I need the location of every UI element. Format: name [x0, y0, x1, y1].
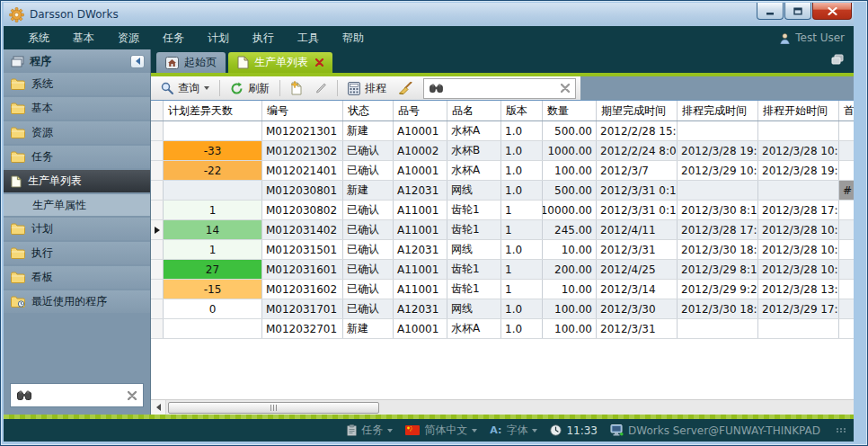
toolbar-search-clear-icon[interactable]: [561, 84, 570, 93]
query-button[interactable]: 查询: [157, 79, 213, 98]
sidebar-item-计划[interactable]: 计划: [4, 218, 150, 240]
table-row[interactable]: 0M012031701已确认A12031网线1.0100.002012/3/30…: [151, 299, 854, 319]
scrollbar-thumb[interactable]: [168, 402, 379, 414]
row-selector[interactable]: [151, 260, 164, 279]
binoculars-icon: [430, 84, 443, 93]
sidebar-item-基本[interactable]: 基本: [4, 97, 150, 120]
cell-item-name: 网线: [447, 181, 501, 200]
cell-expected-finish: 2012/3/31 0:17: [597, 201, 678, 219]
user-badge[interactable]: Test User: [779, 31, 845, 44]
column-header[interactable]: 版本: [501, 101, 543, 120]
column-header[interactable]: 状态: [343, 101, 394, 120]
sidebar-item-任务[interactable]: 任务: [4, 146, 150, 168]
column-header[interactable]: 排程开始时间: [758, 101, 839, 120]
close-button[interactable]: [812, 3, 852, 20]
refresh-icon: [230, 82, 244, 95]
sidebar-item-系统[interactable]: 系统: [4, 73, 150, 95]
sidebar-item-label: 计划: [31, 221, 53, 236]
column-header[interactable]: 期望完成时间: [597, 101, 678, 120]
table-row[interactable]: 27M012031601已确认A11001齿轮11200.002012/4/25…: [151, 260, 854, 280]
font-icon: A:: [490, 424, 501, 436]
table-row[interactable]: 1M012031501已确认A12031网线1.010.002012/3/312…: [151, 240, 854, 260]
row-selector[interactable]: [151, 280, 164, 299]
new-button[interactable]: [287, 79, 306, 97]
column-header[interactable]: 品名: [447, 101, 501, 120]
sidebar: 程序 系统基本资源任务生产单列表生产单属性计划执行看板最近使用的程序: [4, 49, 151, 415]
row-selector[interactable]: [151, 141, 164, 160]
column-header[interactable]: 品号: [394, 101, 447, 120]
sidebar-item-label: 系统: [31, 76, 53, 92]
horizontal-scrollbar[interactable]: [151, 399, 854, 415]
menu-item[interactable]: 执行: [241, 26, 286, 49]
binoculars-icon: [17, 390, 31, 400]
column-header[interactable]: 首: [839, 101, 854, 120]
tab-close-icon[interactable]: [315, 58, 323, 67]
minimize-button[interactable]: [757, 3, 784, 20]
cell-schedule-finish: [678, 181, 758, 200]
menu-item[interactable]: 基本: [61, 26, 106, 49]
sidebar-item-资源[interactable]: 资源: [4, 121, 150, 144]
table-row[interactable]: -22M012021401已确认A10001水杯A1.0100.002012/3…: [151, 161, 854, 181]
menu-item[interactable]: 工具: [286, 26, 331, 49]
row-selector[interactable]: [151, 201, 164, 219]
sidebar-search-clear-icon[interactable]: [128, 391, 137, 400]
row-selector[interactable]: [151, 220, 164, 239]
toolbar: 查询 刷新: [151, 76, 854, 100]
toolbar-search-input[interactable]: [448, 82, 555, 94]
table-row[interactable]: 1M012030802已确认A11001齿轮1110000.002012/3/3…: [151, 201, 854, 220]
status-language[interactable]: 简体中文: [405, 423, 477, 438]
chevron-down-icon: [472, 429, 477, 433]
sidebar-item-看板[interactable]: 看板: [4, 266, 150, 289]
column-header[interactable]: 编号: [262, 101, 343, 120]
table-row[interactable]: M012021301新建A10001水杯A1.0500.002012/2/28 …: [151, 121, 854, 141]
column-header[interactable]: 排程完成时间: [678, 101, 758, 120]
cell-item-name: 齿轮1: [447, 260, 501, 279]
menu-item[interactable]: 帮助: [331, 26, 376, 49]
sidebar-search-input[interactable]: [37, 389, 122, 402]
row-selector[interactable]: [151, 181, 164, 200]
menu-item[interactable]: 资源: [106, 26, 151, 49]
cell-diff-days: 14: [164, 220, 262, 239]
tabbar: 起始页 生产单列表: [151, 49, 854, 73]
sidebar-item-生产单列表[interactable]: 生产单列表: [4, 170, 150, 192]
menu-item[interactable]: 系统: [16, 26, 61, 49]
column-header[interactable]: 数量: [543, 101, 597, 120]
cell-diff-days: [164, 121, 262, 140]
row-selector[interactable]: [151, 299, 164, 318]
menu-item[interactable]: 计划: [196, 26, 241, 49]
cell-expected-finish: 2012/3/31 0:10: [597, 181, 678, 200]
cell-order-code: M012030801: [262, 181, 343, 200]
maximize-button[interactable]: [784, 3, 811, 20]
edit-button[interactable]: [311, 80, 331, 96]
status-font[interactable]: A: 字体: [490, 423, 537, 438]
sidebar-collapse-button[interactable]: [130, 55, 145, 68]
status-task[interactable]: 任务: [347, 423, 393, 438]
sidebar-item-执行[interactable]: 执行: [4, 242, 150, 264]
refresh-button[interactable]: 刷新: [226, 79, 273, 98]
sidebar-item-最近使用的程序[interactable]: 最近使用的程序: [4, 290, 150, 313]
scroll-left-button[interactable]: [151, 400, 166, 415]
row-selector[interactable]: [151, 240, 164, 259]
table-row[interactable]: 14M012031402已确认A11001齿轮11245.002012/4/11…: [151, 220, 854, 240]
clean-button[interactable]: [394, 80, 416, 97]
table-row[interactable]: -33M012021302已确认A10002水杯B1.01000.002012/…: [151, 141, 854, 161]
tab-home[interactable]: 起始页: [156, 52, 226, 73]
row-selector[interactable]: [151, 319, 164, 338]
table-row[interactable]: M012032701新建A10001水杯A1.0100.002012/3/31: [151, 319, 854, 339]
sidebar-item-生产单属性[interactable]: 生产单属性: [4, 194, 150, 216]
tab-production-order-list[interactable]: 生产单列表: [228, 52, 332, 73]
calculator-icon: [348, 82, 360, 95]
table-row[interactable]: M012030801新建A12031网线1.0500.002012/3/31 0…: [151, 181, 854, 201]
column-header[interactable]: 计划差异天数: [164, 101, 262, 120]
cell-quantity: 10.00: [543, 240, 597, 259]
resize-grip[interactable]: [837, 428, 846, 433]
menu-item[interactable]: 任务: [151, 26, 196, 49]
row-selector[interactable]: [151, 121, 164, 140]
cell-status: 已确认: [343, 299, 394, 318]
row-selector[interactable]: [151, 161, 164, 180]
schedule-button[interactable]: 排程: [344, 79, 390, 98]
window-list-icon[interactable]: [830, 54, 845, 66]
folder-icon: [11, 151, 25, 163]
cell-schedule-finish: 2012/3/30 18:00: [678, 299, 758, 318]
table-row[interactable]: -15M012031602已确认A11001齿轮1110.002012/3/14…: [151, 280, 854, 299]
